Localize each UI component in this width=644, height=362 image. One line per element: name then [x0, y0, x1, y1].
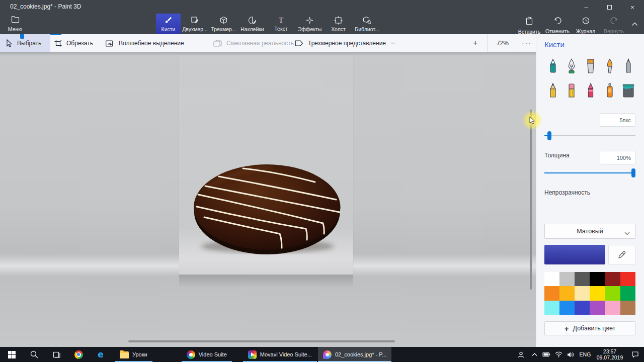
action-center-button[interactable]: [626, 347, 644, 362]
tab-3d-shapes[interactable]: Трехмер...: [209, 14, 238, 34]
palette-color-5[interactable]: [620, 272, 635, 286]
mixed-reality-icon: [213, 40, 222, 47]
history-clock-icon: [582, 17, 590, 27]
sticker-icon: [248, 16, 257, 25]
tab-library[interactable]: Библиот...: [353, 14, 381, 34]
palette-color-13[interactable]: [559, 301, 575, 315]
redo-button[interactable]: Вернуть: [600, 14, 628, 34]
palette-color-6[interactable]: [544, 286, 559, 300]
more-options-button[interactable]: ···: [518, 34, 535, 52]
clock[interactable]: 23:57 09.07.2019: [594, 347, 626, 362]
brush-fill[interactable]: [621, 81, 636, 100]
tab-text[interactable]: T Текст: [267, 14, 295, 34]
thickness-input[interactable]: 5пкс: [600, 113, 635, 127]
tray-expand-button[interactable]: [528, 347, 540, 362]
undo-button[interactable]: Отменить: [543, 14, 572, 34]
view-3d-button[interactable]: Трехмерное представление: [295, 34, 386, 52]
opacity-input[interactable]: 100%: [600, 151, 635, 164]
app-top-bar: 02_cookies.jpg* - Paint 3D – × Меню Кист…: [0, 0, 644, 34]
opacity-slider-thumb[interactable]: [631, 168, 635, 177]
redo-icon: [610, 17, 618, 27]
tab-stickers[interactable]: Наклейки: [238, 14, 267, 34]
taskbar-window-paint3d[interactable]: 02_cookies.jpg* - P...: [318, 347, 392, 362]
palette-color-3[interactable]: [590, 272, 605, 286]
taskbar-window-folder[interactable]: Уроки: [115, 347, 152, 362]
brush-marker[interactable]: [545, 57, 560, 75]
paste-icon: [525, 17, 533, 27]
palette-color-15[interactable]: [590, 301, 605, 315]
add-color-button[interactable]: + Добавить цвет: [544, 321, 635, 335]
palette-color-11[interactable]: [620, 286, 635, 300]
brush-pencil[interactable]: [545, 81, 560, 100]
network-tray-icon[interactable]: [552, 347, 565, 362]
brush-oil-brush[interactable]: [583, 57, 598, 75]
zoom-out-button[interactable]: −: [390, 34, 395, 52]
taskbar-window-movavi[interactable]: Movavi Video Suite...: [243, 347, 317, 362]
quick-actions: Вставить Отменить Журнал Вернуть: [515, 14, 641, 34]
minimize-button[interactable]: –: [575, 0, 598, 14]
tab-brushes[interactable]: Кисти: [156, 14, 181, 34]
history-button[interactable]: Журнал: [572, 14, 600, 34]
magic-select-button[interactable]: Волшебное выделение: [106, 34, 184, 52]
brush-crayon[interactable]: [583, 81, 598, 100]
brush-eraser[interactable]: [564, 81, 579, 100]
close-button[interactable]: ×: [621, 0, 644, 14]
thickness-label: Толщина: [544, 152, 570, 159]
maximize-button[interactable]: [598, 0, 621, 14]
palette-color-10[interactable]: [605, 286, 620, 300]
canvas-image-shadow: [179, 275, 353, 288]
current-color-swatch[interactable]: [544, 245, 605, 264]
vertical-scrollbar[interactable]: [530, 110, 532, 290]
language-indicator[interactable]: ENG: [577, 347, 594, 362]
brush-calligraphy-pen[interactable]: [564, 57, 579, 75]
volume-tray-icon[interactable]: [565, 347, 577, 362]
taskbar-search-button[interactable]: [23, 347, 45, 362]
eyedropper-button[interactable]: [608, 245, 635, 264]
thickness-slider-thumb[interactable]: [547, 131, 551, 140]
finish-dropdown[interactable]: Матовый: [544, 224, 635, 239]
brush-pixel-pen[interactable]: [621, 57, 636, 75]
collapse-ribbon-button[interactable]: [628, 14, 641, 34]
thickness-slider[interactable]: [544, 131, 635, 140]
brush-watercolor[interactable]: [602, 57, 617, 75]
palette-color-8[interactable]: [575, 286, 590, 300]
select-tool-button[interactable]: Выбрать: [0, 34, 50, 52]
palette-color-7[interactable]: [559, 286, 575, 300]
start-button[interactable]: [0, 347, 23, 362]
tab-effects[interactable]: Эффекты: [295, 14, 324, 34]
task-view-button[interactable]: [45, 347, 67, 362]
chevron-up-icon: [631, 22, 638, 26]
tab-canvas[interactable]: Холст: [324, 14, 353, 34]
palette-color-2[interactable]: [575, 272, 590, 286]
horizontal-scrollbar[interactable]: [128, 340, 395, 342]
screen: { "window": { "title": "02_cookies.jpg* …: [0, 0, 644, 362]
palette-color-9[interactable]: [590, 286, 605, 300]
brush-spray-can[interactable]: [602, 81, 617, 100]
palette-color-14[interactable]: [575, 301, 590, 315]
main-area: Выбрать Обрезать Волшебное выделение Сме…: [0, 34, 644, 347]
opacity-slider[interactable]: [544, 168, 635, 177]
battery-tray-icon[interactable]: [540, 347, 552, 362]
color-palette: [544, 272, 635, 315]
wifi-icon: [555, 351, 562, 357]
mixed-reality-button[interactable]: Смешанная реальность: [213, 34, 294, 52]
palette-color-1[interactable]: [559, 272, 575, 286]
edge-button[interactable]: e: [90, 347, 112, 362]
palette-color-4[interactable]: [605, 272, 620, 286]
palette-color-16[interactable]: [605, 301, 620, 315]
palette-color-0[interactable]: [544, 272, 559, 286]
taskbar-window-video-suite[interactable]: Video Suite: [182, 347, 232, 362]
person-icon: [517, 351, 525, 358]
people-tray-button[interactable]: [513, 347, 528, 362]
canvas-viewport[interactable]: [0, 52, 536, 347]
crop-tool-button[interactable]: Обрезать: [54, 34, 93, 52]
menu-icon: [11, 15, 20, 25]
zoom-in-button[interactable]: +: [473, 34, 477, 52]
zoom-level-value[interactable]: 72%: [487, 34, 518, 52]
menu-button[interactable]: Меню: [4, 15, 26, 33]
palette-color-17[interactable]: [620, 301, 635, 315]
tab-2d-shapes[interactable]: Двухмер...: [181, 14, 209, 34]
paste-button[interactable]: Вставить: [515, 14, 543, 34]
chrome-button[interactable]: [67, 347, 90, 362]
palette-color-12[interactable]: [544, 301, 559, 315]
